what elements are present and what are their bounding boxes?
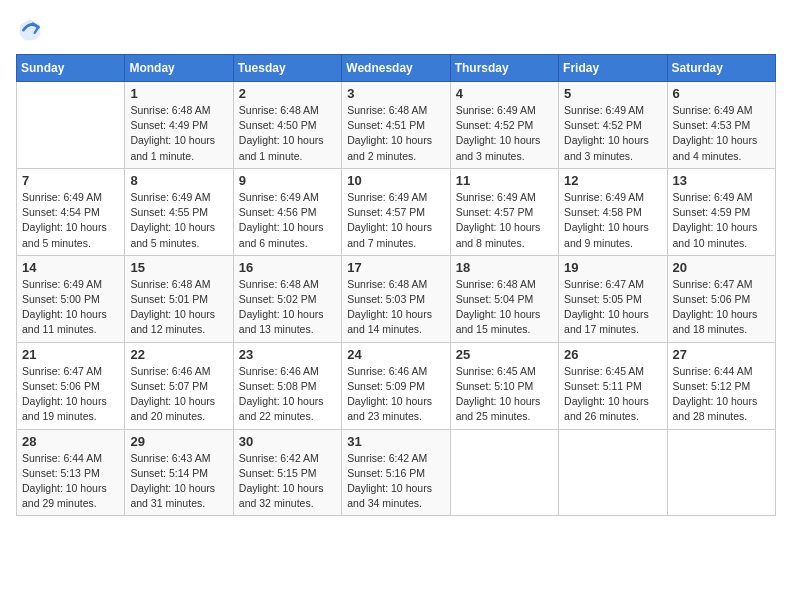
day-number: 22 <box>130 347 227 362</box>
day-info: Sunrise: 6:49 AM Sunset: 4:52 PM Dayligh… <box>456 103 553 164</box>
day-info: Sunrise: 6:49 AM Sunset: 4:53 PM Dayligh… <box>673 103 770 164</box>
day-info: Sunrise: 6:47 AM Sunset: 5:06 PM Dayligh… <box>22 364 119 425</box>
day-info: Sunrise: 6:46 AM Sunset: 5:08 PM Dayligh… <box>239 364 336 425</box>
calendar-cell: 3Sunrise: 6:48 AM Sunset: 4:51 PM Daylig… <box>342 82 450 169</box>
calendar-cell: 24Sunrise: 6:46 AM Sunset: 5:09 PM Dayli… <box>342 342 450 429</box>
day-info: Sunrise: 6:48 AM Sunset: 4:51 PM Dayligh… <box>347 103 444 164</box>
day-number: 2 <box>239 86 336 101</box>
day-number: 27 <box>673 347 770 362</box>
day-number: 4 <box>456 86 553 101</box>
day-number: 9 <box>239 173 336 188</box>
day-number: 11 <box>456 173 553 188</box>
day-info: Sunrise: 6:49 AM Sunset: 4:54 PM Dayligh… <box>22 190 119 251</box>
day-number: 25 <box>456 347 553 362</box>
day-number: 31 <box>347 434 444 449</box>
header-day: Sunday <box>17 55 125 82</box>
day-info: Sunrise: 6:48 AM Sunset: 4:49 PM Dayligh… <box>130 103 227 164</box>
day-info: Sunrise: 6:42 AM Sunset: 5:15 PM Dayligh… <box>239 451 336 512</box>
day-info: Sunrise: 6:44 AM Sunset: 5:12 PM Dayligh… <box>673 364 770 425</box>
day-info: Sunrise: 6:44 AM Sunset: 5:13 PM Dayligh… <box>22 451 119 512</box>
calendar-cell: 20Sunrise: 6:47 AM Sunset: 5:06 PM Dayli… <box>667 255 775 342</box>
day-info: Sunrise: 6:49 AM Sunset: 4:52 PM Dayligh… <box>564 103 661 164</box>
calendar-week-row: 28Sunrise: 6:44 AM Sunset: 5:13 PM Dayli… <box>17 429 776 516</box>
calendar-cell: 11Sunrise: 6:49 AM Sunset: 4:57 PM Dayli… <box>450 168 558 255</box>
calendar-cell <box>559 429 667 516</box>
calendar-cell: 12Sunrise: 6:49 AM Sunset: 4:58 PM Dayli… <box>559 168 667 255</box>
day-number: 21 <box>22 347 119 362</box>
day-number: 28 <box>22 434 119 449</box>
day-info: Sunrise: 6:48 AM Sunset: 5:02 PM Dayligh… <box>239 277 336 338</box>
day-info: Sunrise: 6:48 AM Sunset: 5:01 PM Dayligh… <box>130 277 227 338</box>
header-row: SundayMondayTuesdayWednesdayThursdayFrid… <box>17 55 776 82</box>
calendar-cell: 29Sunrise: 6:43 AM Sunset: 5:14 PM Dayli… <box>125 429 233 516</box>
calendar-cell: 31Sunrise: 6:42 AM Sunset: 5:16 PM Dayli… <box>342 429 450 516</box>
header-day: Saturday <box>667 55 775 82</box>
day-number: 15 <box>130 260 227 275</box>
header-day: Thursday <box>450 55 558 82</box>
day-info: Sunrise: 6:49 AM Sunset: 4:57 PM Dayligh… <box>456 190 553 251</box>
day-number: 3 <box>347 86 444 101</box>
calendar-week-row: 21Sunrise: 6:47 AM Sunset: 5:06 PM Dayli… <box>17 342 776 429</box>
day-info: Sunrise: 6:49 AM Sunset: 5:00 PM Dayligh… <box>22 277 119 338</box>
day-info: Sunrise: 6:42 AM Sunset: 5:16 PM Dayligh… <box>347 451 444 512</box>
calendar-cell: 26Sunrise: 6:45 AM Sunset: 5:11 PM Dayli… <box>559 342 667 429</box>
day-number: 20 <box>673 260 770 275</box>
day-info: Sunrise: 6:47 AM Sunset: 5:05 PM Dayligh… <box>564 277 661 338</box>
calendar-cell: 15Sunrise: 6:48 AM Sunset: 5:01 PM Dayli… <box>125 255 233 342</box>
day-number: 16 <box>239 260 336 275</box>
header-day: Tuesday <box>233 55 341 82</box>
header-day: Monday <box>125 55 233 82</box>
day-info: Sunrise: 6:45 AM Sunset: 5:11 PM Dayligh… <box>564 364 661 425</box>
calendar-cell <box>450 429 558 516</box>
calendar-cell: 2Sunrise: 6:48 AM Sunset: 4:50 PM Daylig… <box>233 82 341 169</box>
calendar-cell: 22Sunrise: 6:46 AM Sunset: 5:07 PM Dayli… <box>125 342 233 429</box>
day-number: 26 <box>564 347 661 362</box>
calendar-cell: 16Sunrise: 6:48 AM Sunset: 5:02 PM Dayli… <box>233 255 341 342</box>
calendar-cell: 25Sunrise: 6:45 AM Sunset: 5:10 PM Dayli… <box>450 342 558 429</box>
logo-icon <box>16 16 44 44</box>
calendar-week-row: 14Sunrise: 6:49 AM Sunset: 5:00 PM Dayli… <box>17 255 776 342</box>
calendar-week-row: 7Sunrise: 6:49 AM Sunset: 4:54 PM Daylig… <box>17 168 776 255</box>
calendar-cell: 28Sunrise: 6:44 AM Sunset: 5:13 PM Dayli… <box>17 429 125 516</box>
day-info: Sunrise: 6:49 AM Sunset: 4:59 PM Dayligh… <box>673 190 770 251</box>
day-number: 18 <box>456 260 553 275</box>
day-info: Sunrise: 6:48 AM Sunset: 4:50 PM Dayligh… <box>239 103 336 164</box>
day-number: 6 <box>673 86 770 101</box>
calendar-cell: 6Sunrise: 6:49 AM Sunset: 4:53 PM Daylig… <box>667 82 775 169</box>
day-number: 12 <box>564 173 661 188</box>
calendar-cell: 23Sunrise: 6:46 AM Sunset: 5:08 PM Dayli… <box>233 342 341 429</box>
day-number: 14 <box>22 260 119 275</box>
day-info: Sunrise: 6:49 AM Sunset: 4:55 PM Dayligh… <box>130 190 227 251</box>
calendar-cell: 17Sunrise: 6:48 AM Sunset: 5:03 PM Dayli… <box>342 255 450 342</box>
day-info: Sunrise: 6:48 AM Sunset: 5:04 PM Dayligh… <box>456 277 553 338</box>
day-info: Sunrise: 6:43 AM Sunset: 5:14 PM Dayligh… <box>130 451 227 512</box>
day-number: 13 <box>673 173 770 188</box>
day-info: Sunrise: 6:46 AM Sunset: 5:07 PM Dayligh… <box>130 364 227 425</box>
calendar-cell: 5Sunrise: 6:49 AM Sunset: 4:52 PM Daylig… <box>559 82 667 169</box>
calendar-cell: 13Sunrise: 6:49 AM Sunset: 4:59 PM Dayli… <box>667 168 775 255</box>
calendar-cell: 8Sunrise: 6:49 AM Sunset: 4:55 PM Daylig… <box>125 168 233 255</box>
calendar-cell: 18Sunrise: 6:48 AM Sunset: 5:04 PM Dayli… <box>450 255 558 342</box>
day-number: 1 <box>130 86 227 101</box>
day-info: Sunrise: 6:49 AM Sunset: 4:56 PM Dayligh… <box>239 190 336 251</box>
calendar-cell: 27Sunrise: 6:44 AM Sunset: 5:12 PM Dayli… <box>667 342 775 429</box>
day-number: 30 <box>239 434 336 449</box>
day-number: 7 <box>22 173 119 188</box>
calendar-cell <box>667 429 775 516</box>
header-day: Wednesday <box>342 55 450 82</box>
day-info: Sunrise: 6:49 AM Sunset: 4:58 PM Dayligh… <box>564 190 661 251</box>
day-number: 8 <box>130 173 227 188</box>
logo <box>16 16 48 44</box>
day-info: Sunrise: 6:45 AM Sunset: 5:10 PM Dayligh… <box>456 364 553 425</box>
day-number: 10 <box>347 173 444 188</box>
day-number: 24 <box>347 347 444 362</box>
calendar-cell: 9Sunrise: 6:49 AM Sunset: 4:56 PM Daylig… <box>233 168 341 255</box>
day-info: Sunrise: 6:46 AM Sunset: 5:09 PM Dayligh… <box>347 364 444 425</box>
day-info: Sunrise: 6:47 AM Sunset: 5:06 PM Dayligh… <box>673 277 770 338</box>
calendar-table: SundayMondayTuesdayWednesdayThursdayFrid… <box>16 54 776 516</box>
calendar-cell: 21Sunrise: 6:47 AM Sunset: 5:06 PM Dayli… <box>17 342 125 429</box>
calendar-week-row: 1Sunrise: 6:48 AM Sunset: 4:49 PM Daylig… <box>17 82 776 169</box>
day-info: Sunrise: 6:48 AM Sunset: 5:03 PM Dayligh… <box>347 277 444 338</box>
calendar-cell: 7Sunrise: 6:49 AM Sunset: 4:54 PM Daylig… <box>17 168 125 255</box>
day-number: 17 <box>347 260 444 275</box>
